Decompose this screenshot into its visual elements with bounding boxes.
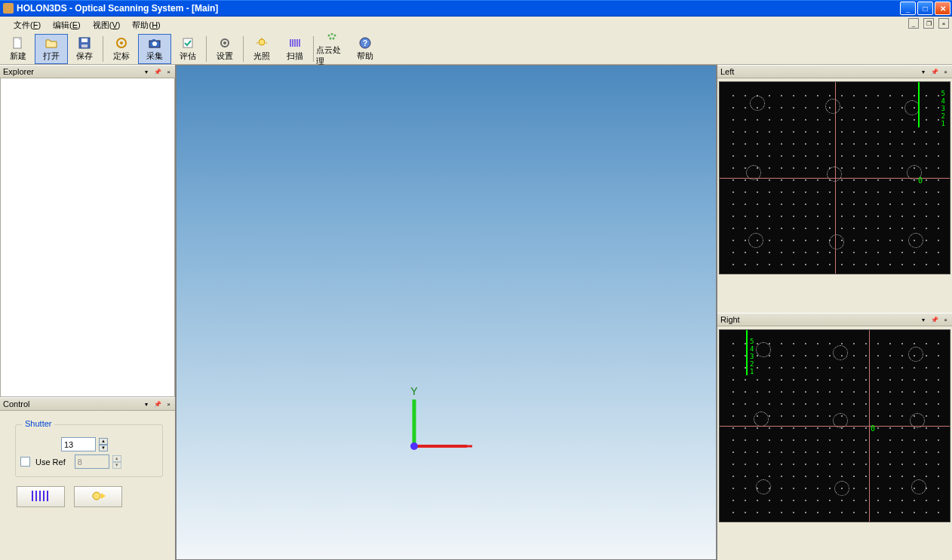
main-viewport[interactable]: Y <box>175 65 717 560</box>
ref-input <box>75 454 109 469</box>
fringe-button[interactable] <box>17 486 65 507</box>
svg-point-22 <box>330 38 332 40</box>
panel-dropdown-button[interactable]: ▾ <box>918 315 928 325</box>
maximize-button[interactable]: □ <box>917 2 933 15</box>
panel-dropdown-button[interactable]: ▾ <box>918 67 928 77</box>
panel-title: Control <box>3 399 29 409</box>
app-icon <box>3 3 14 14</box>
toolbar-label: 保存 <box>76 50 93 62</box>
mdi-restore-button[interactable]: ❐ <box>923 18 934 29</box>
panel-close-button[interactable]: × <box>941 315 950 325</box>
minimize-button[interactable]: _ <box>900 2 916 15</box>
settings-button[interactable]: 设置 <box>208 34 241 64</box>
panel-pin-button[interactable]: 📌 <box>152 67 162 77</box>
gear-icon <box>218 36 232 50</box>
svg-rect-10 <box>183 38 192 47</box>
menu-edit[interactable]: 编辑(E) <box>47 18 87 32</box>
svg-text:?: ? <box>363 39 367 47</box>
panel-pin-button[interactable]: 📌 <box>152 399 162 409</box>
zero-label: 0 <box>871 424 875 433</box>
axis-gizmo: Y <box>403 386 478 461</box>
main-toolbar: 新建 打开 保存 定标 采集 评估 设置 光照 扫描 点云处理 <box>0 33 952 65</box>
left-camera-panel: Left ▾ 📌 × <box>717 65 952 313</box>
new-button[interactable]: 新建 <box>2 34 35 64</box>
barcode-icon <box>29 489 52 504</box>
panel-close-button[interactable]: × <box>941 67 950 77</box>
shutter-spin-down[interactable]: ▼ <box>99 445 108 451</box>
check-icon <box>181 36 195 50</box>
explorer-header: Explorer ▾ 📌 × <box>0 65 175 78</box>
explorer-tree[interactable] <box>0 78 175 397</box>
toolbar-separator <box>313 36 314 62</box>
panel-pin-button[interactable]: 📌 <box>929 67 939 77</box>
floppy-icon <box>78 36 91 50</box>
panel-close-button[interactable]: × <box>164 399 174 409</box>
svg-point-12 <box>223 41 226 44</box>
new-file-icon <box>11 36 25 50</box>
shutter-groupbox: Shutter ▲ ▼ Use Ref <box>15 424 163 477</box>
right-camera-panel: Right ▾ 📌 × <box>717 313 952 561</box>
svg-rect-4 <box>81 44 88 47</box>
window-titlebar: HOLON3DS - Optical Scanning System - [Ma… <box>0 0 952 17</box>
left-camera-image[interactable]: 5 4 3 2 1 0 <box>719 81 950 274</box>
panel-dropdown-button[interactable]: ▾ <box>141 399 151 409</box>
ref-spin-down: ▼ <box>112 462 121 469</box>
save-button[interactable]: 保存 <box>68 34 101 64</box>
panel-pin-button[interactable]: 📌 <box>929 315 939 325</box>
axis-y-label: Y <box>410 386 418 397</box>
use-ref-checkbox[interactable] <box>20 457 30 467</box>
svg-point-36 <box>410 442 418 450</box>
toolbar-label: 打开 <box>43 50 60 62</box>
panel-title: Explorer <box>3 67 34 76</box>
help-button[interactable]: ? 帮助 <box>349 34 382 64</box>
mdi-minimize-button[interactable]: _ <box>908 18 919 29</box>
toolbar-label: 采集 <box>146 50 163 62</box>
menu-help[interactable]: 帮助(H) <box>126 18 166 32</box>
svg-point-23 <box>333 38 335 40</box>
bulb-icon <box>255 36 269 50</box>
svg-point-6 <box>120 41 123 44</box>
right-camera-header: Right ▾ 📌 × <box>717 313 952 326</box>
svg-point-19 <box>328 35 330 37</box>
panel-title: Right <box>720 315 740 324</box>
left-camera-header: Left ▾ 📌 × <box>717 65 952 78</box>
shutter-input[interactable] <box>61 437 96 451</box>
toolbar-label: 光照 <box>253 50 270 62</box>
pointcloud-button[interactable]: 点云处理 <box>315 34 349 64</box>
toolbar-separator <box>206 36 207 62</box>
panel-title: Left <box>720 67 734 76</box>
control-panel: Control ▾ 📌 × Shutter ▲ ▼ <box>0 397 175 560</box>
mdi-close-button[interactable]: × <box>938 18 949 29</box>
light-button[interactable]: 光照 <box>245 34 278 64</box>
svg-rect-3 <box>81 38 88 42</box>
control-header: Control ▾ 📌 × <box>0 397 175 411</box>
menu-view[interactable]: 视图(V) <box>87 18 127 32</box>
toolbar-label: 点云处理 <box>316 44 348 67</box>
capture-button[interactable]: 采集 <box>138 34 171 64</box>
evaluate-button[interactable]: 评估 <box>171 34 204 64</box>
svg-point-21 <box>334 35 336 37</box>
close-button[interactable]: ✕ <box>935 2 950 15</box>
scan-button[interactable]: 扫描 <box>278 34 312 64</box>
panel-dropdown-button[interactable]: ▾ <box>141 67 151 77</box>
toolbar-label: 评估 <box>180 50 196 62</box>
toolbar-label: 设置 <box>217 50 233 62</box>
menubar: 文件(F) 编辑(E) 视图(V) 帮助(H) _ ❐ × <box>0 17 952 33</box>
calibrate-button[interactable]: 定标 <box>105 34 138 64</box>
panel-close-button[interactable]: × <box>164 67 174 77</box>
projector-button[interactable] <box>74 486 122 507</box>
right-camera-image[interactable]: 5 4 3 2 1 0 <box>719 329 950 522</box>
menu-file[interactable]: 文件(F) <box>8 18 47 32</box>
open-button[interactable]: 打开 <box>35 34 68 64</box>
toolbar-label: 新建 <box>10 50 26 62</box>
toolbar-separator <box>103 36 103 62</box>
shutter-spin-up[interactable]: ▲ <box>99 438 108 445</box>
toolbar-label: 扫描 <box>287 50 303 62</box>
toolbar-label: 定标 <box>113 50 130 62</box>
groupbox-title: Shutter <box>22 419 54 428</box>
svg-point-8 <box>152 41 157 46</box>
workspace: Explorer ▾ 📌 × Control ▾ 📌 × <box>0 65 952 560</box>
explorer-panel: Explorer ▾ 📌 × <box>0 65 175 397</box>
window-title: HOLON3DS - Optical Scanning System - [Ma… <box>17 3 218 14</box>
toolbar-label: 帮助 <box>357 50 373 62</box>
